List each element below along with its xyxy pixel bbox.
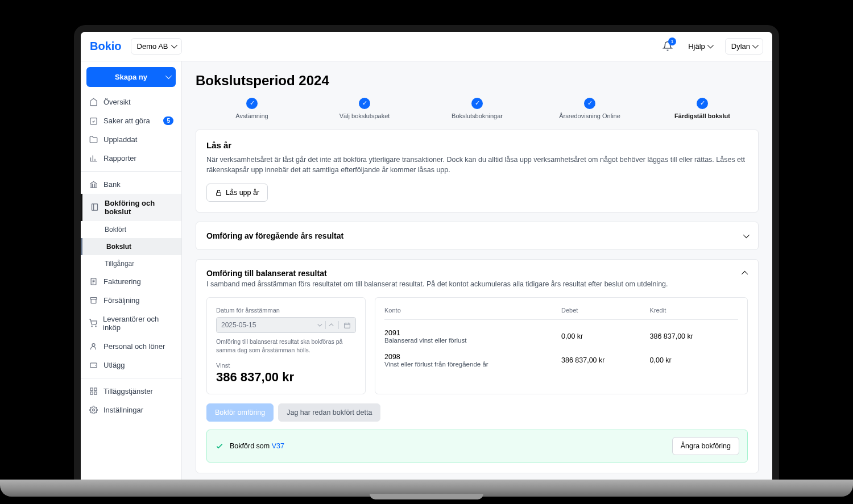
sidebar-item-sales[interactable]: Försäljning bbox=[81, 291, 181, 310]
company-name: Demo AB bbox=[137, 42, 168, 51]
svg-rect-8 bbox=[94, 388, 96, 390]
sidebar-item-payroll[interactable]: Personal och löner bbox=[81, 337, 181, 356]
chevron-down-icon bbox=[317, 322, 322, 326]
help-menu[interactable]: Hjälp bbox=[682, 38, 718, 55]
undo-booking-button[interactable]: Ångra bokföring bbox=[672, 437, 739, 455]
sidebar-item-suppliers[interactable]: Leverantörer och inköp bbox=[81, 310, 181, 337]
svg-rect-7 bbox=[90, 388, 92, 390]
create-new-label: Skapa ny bbox=[115, 73, 147, 81]
verification-link[interactable]: V37 bbox=[272, 442, 284, 450]
subnav-bokfort[interactable]: Bokfört bbox=[85, 221, 181, 238]
nav-divider bbox=[81, 171, 181, 172]
divider bbox=[325, 321, 326, 329]
prev-year-card: Omföring av föregående års resultat bbox=[196, 222, 759, 250]
prev-year-toggle[interactable]: Omföring av föregående års resultat bbox=[196, 222, 758, 249]
sidebar-item-label: Översikt bbox=[103, 98, 131, 106]
balanced-result-title: Omföring till balanserat resultat bbox=[206, 269, 327, 278]
calendar-check-icon bbox=[89, 116, 98, 125]
step-label: Årsredovisning Online bbox=[559, 113, 620, 119]
app-header: Bokio Demo AB 1 Hjälp Dylan bbox=[81, 32, 772, 61]
sidebar-item-label: Bank bbox=[103, 180, 121, 189]
notifications-button[interactable]: 1 bbox=[660, 39, 675, 53]
subnav-tillgangar[interactable]: Tillgångar bbox=[85, 255, 181, 272]
account-name: Balanserad vinst eller förlust bbox=[384, 337, 561, 344]
step-label: Välj bokslutspaket bbox=[339, 113, 390, 119]
cart-icon bbox=[89, 319, 97, 327]
user-menu[interactable]: Dylan bbox=[725, 38, 763, 55]
balanced-result-card: Omföring till balanserat resultat I samb… bbox=[196, 259, 759, 473]
gear-icon bbox=[89, 406, 98, 414]
addons-icon bbox=[89, 387, 98, 395]
wallet-icon bbox=[89, 361, 98, 369]
chevron-up-icon bbox=[742, 271, 748, 277]
chevron-down-icon bbox=[752, 42, 759, 48]
sidebar-item-label: Saker att göra bbox=[103, 116, 150, 125]
step-label: Färdigställ bokslut bbox=[674, 113, 730, 119]
notification-badge: 1 bbox=[668, 38, 676, 45]
step-finalize[interactable]: ✓ Färdigställ bokslut bbox=[646, 98, 759, 119]
invoice-icon bbox=[89, 277, 98, 286]
table-row: 2098 Vinst eller förlust från föregående… bbox=[384, 348, 738, 372]
sidebar-item-overview[interactable]: Översikt bbox=[81, 93, 181, 111]
th-account: Konto bbox=[384, 307, 561, 314]
sidebar-item-label: Leverantörer och inköp bbox=[103, 315, 173, 332]
sidebar-item-bookkeeping[interactable]: Bokföring och bokslut bbox=[81, 194, 181, 221]
prev-year-title: Omföring av föregående års resultat bbox=[206, 231, 343, 240]
meeting-date-panel: Datum för årsstämman 2025-05-15 bbox=[206, 297, 366, 394]
sidebar-item-label: Uppladdat bbox=[103, 135, 137, 144]
sidebar-item-invoicing[interactable]: Fakturering bbox=[81, 272, 181, 291]
sidebar-item-label: Bokföring och bokslut bbox=[105, 199, 173, 216]
step-reconciliation[interactable]: ✓ Avstämning bbox=[196, 98, 308, 119]
sidebar-item-settings[interactable]: Inställningar bbox=[81, 401, 181, 419]
sidebar-item-label: Tilläggstjänster bbox=[103, 387, 153, 395]
account-code: 2091 bbox=[384, 329, 561, 337]
profit-value: 386 837,00 kr bbox=[216, 370, 356, 385]
book-transfer-button[interactable]: Bokför omföring bbox=[206, 403, 274, 422]
svg-point-3 bbox=[92, 326, 92, 327]
already-booked-button[interactable]: Jag har redan bokfört detta bbox=[278, 403, 380, 422]
account-code: 2098 bbox=[384, 353, 561, 361]
calendar-icon bbox=[343, 322, 351, 329]
person-icon bbox=[89, 342, 98, 351]
sidebar-item-reports[interactable]: Rapporter bbox=[81, 149, 181, 168]
profit-label: Vinst bbox=[216, 362, 356, 369]
sidebar-item-expenses[interactable]: Utlägg bbox=[81, 356, 181, 374]
bank-icon bbox=[89, 180, 98, 189]
shop-icon bbox=[89, 296, 98, 305]
progress-steps: ✓ Avstämning ✓ Välj bokslutspaket ✓ Boks… bbox=[196, 98, 759, 119]
chevron-down-icon bbox=[743, 232, 750, 238]
sidebar-item-todo[interactable]: Saker att göra 5 bbox=[81, 111, 181, 130]
lock-year-card: Lås år När verksamhetsåret är låst går d… bbox=[196, 130, 759, 213]
svg-rect-1 bbox=[92, 204, 98, 210]
chevron-down-icon bbox=[707, 42, 714, 48]
meeting-date-input[interactable]: 2025-05-15 bbox=[216, 317, 356, 333]
company-selector[interactable]: Demo AB bbox=[131, 38, 183, 55]
sidebar-item-label: Utlägg bbox=[103, 361, 125, 369]
success-banner: Bokförd som V37 Ångra bokföring bbox=[206, 430, 748, 463]
step-annual-report[interactable]: ✓ Årsredovisning Online bbox=[533, 98, 646, 119]
sidebar-item-bank[interactable]: Bank bbox=[81, 175, 181, 194]
sidebar-item-uploaded[interactable]: Uppladdat bbox=[81, 130, 181, 149]
check-icon: ✓ bbox=[359, 98, 370, 109]
date-help-text: Omföring till balanserat resultat ska bo… bbox=[216, 338, 356, 354]
laptop-base bbox=[0, 480, 853, 497]
svg-point-5 bbox=[92, 343, 95, 346]
sidebar-item-label: Fakturering bbox=[103, 277, 141, 286]
step-closing-entries[interactable]: ✓ Bokslutsbokningar bbox=[421, 98, 533, 119]
create-new-button[interactable]: Skapa ny bbox=[86, 67, 176, 87]
folder-icon bbox=[89, 135, 98, 144]
sidebar-item-label: Personal och löner bbox=[103, 342, 165, 351]
sidebar-item-addons[interactable]: Tilläggstjänster bbox=[81, 382, 181, 401]
svg-rect-12 bbox=[217, 192, 221, 195]
laptop-notch bbox=[370, 494, 483, 499]
success-text: Bokförd som bbox=[230, 442, 272, 450]
sidebar-item-label: Försäljning bbox=[103, 296, 140, 305]
subnav-bokslut[interactable]: Bokslut bbox=[81, 238, 181, 255]
svg-rect-0 bbox=[90, 118, 96, 124]
th-credit: Kredit bbox=[650, 307, 739, 314]
unlock-year-button[interactable]: Lås upp år bbox=[206, 184, 268, 202]
balanced-result-toggle[interactable]: Omföring till balanserat resultat bbox=[196, 260, 758, 280]
step-package[interactable]: ✓ Välj bokslutspaket bbox=[308, 98, 421, 119]
lock-year-title: Lås år bbox=[206, 140, 748, 150]
reports-icon bbox=[89, 154, 98, 163]
